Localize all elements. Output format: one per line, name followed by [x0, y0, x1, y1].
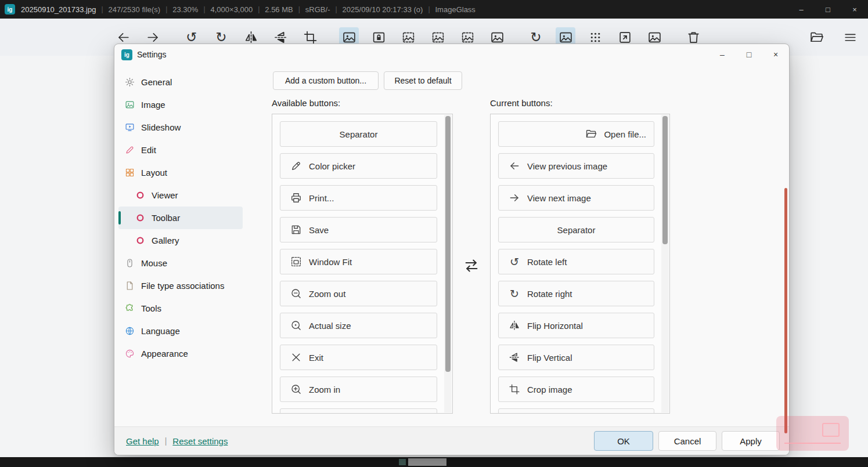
- image-icon: [125, 100, 135, 110]
- current-scrollbar-thumb[interactable]: [662, 116, 668, 244]
- sidebar-item-toolbar[interactable]: Toolbar: [118, 207, 243, 229]
- titlebar-divider: |: [101, 5, 103, 13]
- current-buttons-label: Current buttons:: [490, 98, 553, 108]
- list-item-separator[interactable]: Separator: [498, 217, 654, 242]
- app-close-button[interactable]: ×: [841, 0, 868, 19]
- cancel-button[interactable]: Cancel: [658, 431, 716, 451]
- list-item-label: Crop image: [527, 385, 572, 394]
- current-scrollbar[interactable]: [661, 115, 669, 412]
- list-item-window-fit[interactable]: Window Fit: [280, 249, 437, 274]
- sidebar-item-label: Gallery: [152, 236, 179, 245]
- sidebar-item-general[interactable]: General: [118, 71, 243, 93]
- selection-image-icon: [431, 30, 445, 45]
- list-item[interactable]: [498, 408, 654, 413]
- sidebar-item-viewer[interactable]: Viewer: [118, 184, 243, 207]
- sidebar-item-layout[interactable]: Layout: [118, 161, 243, 184]
- titlebar-segment: ImageGlass: [435, 5, 476, 14]
- reset-settings-link[interactable]: Reset settings: [172, 436, 228, 446]
- sidebar-item-slideshow[interactable]: Slideshow: [118, 116, 243, 139]
- arrow-right-icon: [146, 30, 160, 45]
- list-item-flip-vertical[interactable]: Flip Vertical: [498, 345, 654, 370]
- sidebar-item-tools[interactable]: Tools: [118, 297, 243, 320]
- list-item-zoom-in[interactable]: Zoom in: [280, 377, 437, 402]
- list-item-exit[interactable]: Exit: [280, 345, 437, 370]
- rotate-right-icon: ↻: [215, 31, 226, 44]
- rotate-right-icon: ↻: [509, 288, 520, 299]
- window-resize-icon: [618, 30, 632, 45]
- ring-icon: [135, 213, 145, 223]
- toolbar-button-folder-open-icon[interactable]: [806, 27, 826, 47]
- sidebar-item-mouse[interactable]: Mouse: [118, 252, 243, 274]
- printer-icon: [290, 192, 302, 204]
- list-item-rotate-left[interactable]: ↺ Rotate left: [498, 249, 654, 274]
- list-item-separator[interactable]: Separator: [280, 121, 437, 147]
- gallery-thumbnail[interactable]: [408, 458, 446, 466]
- dialog-scrollbar-thumb[interactable]: [784, 188, 787, 433]
- dialog-titlebar: ig Settings – □ ×: [114, 44, 789, 65]
- gallery-thumbnail[interactable]: [399, 459, 406, 465]
- imageglass-logo-icon: ig: [121, 49, 132, 60]
- list-item-open-file[interactable]: Open file...: [498, 121, 654, 147]
- list-item-crop-image[interactable]: Crop image: [498, 377, 654, 402]
- list-item-label: Rotate right: [527, 289, 572, 299]
- selection-image-icon: [460, 30, 475, 45]
- sidebar-item-appearance[interactable]: Appearance: [118, 342, 243, 365]
- list-item-zoom-out[interactable]: Zoom out: [280, 281, 437, 306]
- list-item-print[interactable]: Print...: [280, 185, 437, 211]
- list-item-save[interactable]: Save: [280, 217, 437, 242]
- available-scrollbar[interactable]: [444, 115, 452, 412]
- titlebar-segment: sRGB/-: [305, 5, 330, 14]
- arrow-left-icon: [116, 30, 131, 45]
- sidebar-item-label: Slideshow: [141, 122, 181, 132]
- list-item[interactable]: [280, 408, 437, 413]
- list-item-view-next-image[interactable]: View next image: [498, 185, 654, 211]
- available-buttons-list: Separator Color picker Print...: [272, 114, 453, 414]
- titlebar-segment: 2025/09/10 20:17:33 (o): [343, 5, 423, 14]
- toolbar-button-hamburger-icon[interactable]: [840, 27, 860, 47]
- hamburger-icon: [843, 30, 858, 45]
- list-item-label: Save: [309, 225, 329, 235]
- sidebar-item-language[interactable]: Language: [118, 320, 243, 342]
- sidebar-item-gallery[interactable]: Gallery: [118, 229, 243, 252]
- crop-icon: [509, 383, 520, 395]
- image-icon: [559, 30, 573, 45]
- list-item-rotate-right[interactable]: ↻ Rotate right: [498, 281, 654, 306]
- app-window-controls: – □ ×: [788, 0, 868, 19]
- appearance-icon: [125, 349, 135, 359]
- sidebar-item-label: Appearance: [141, 349, 188, 359]
- list-item-flip-horizontal[interactable]: Flip Horizontal: [498, 313, 654, 338]
- add-custom-button[interactable]: Add a custom button...: [273, 71, 379, 90]
- list-item-label: Zoom out: [309, 289, 345, 299]
- available-scrollbar-thumb[interactable]: [445, 116, 451, 372]
- image-icon: [647, 30, 662, 45]
- titlebar-divider: |: [203, 5, 205, 13]
- settings-dialog: ig Settings – □ × General Image: [114, 44, 790, 455]
- flip-vertical-icon: [509, 352, 520, 363]
- list-item-actual-size[interactable]: Actual size: [280, 313, 437, 338]
- sidebar-item-file-type-associations[interactable]: File type associations: [118, 274, 243, 297]
- list-item-view-previous-image[interactable]: View previous image: [498, 153, 654, 179]
- list-item-color-picker[interactable]: Color picker: [280, 153, 437, 179]
- sidebar-item-edit[interactable]: Edit: [118, 139, 243, 161]
- list-item-label: Actual size: [309, 321, 351, 331]
- ring-icon: [135, 190, 145, 200]
- app-minimize-button[interactable]: –: [788, 0, 815, 19]
- sidebar-item-label: Language: [141, 326, 180, 336]
- get-help-link[interactable]: Get help: [126, 436, 159, 446]
- available-items: Separator Color picker Print...: [272, 114, 452, 413]
- mouse-icon: [125, 258, 135, 268]
- ok-button[interactable]: OK: [594, 431, 653, 451]
- list-item-label: Separator: [340, 129, 378, 139]
- app-maximize-button[interactable]: □: [815, 0, 841, 19]
- layout-icon: [125, 168, 135, 178]
- dialog-minimize-button[interactable]: –: [709, 44, 736, 65]
- sidebar-item-image[interactable]: Image: [118, 93, 243, 116]
- dialog-close-button[interactable]: ×: [762, 44, 789, 65]
- sidebar-item-label: General: [141, 77, 172, 87]
- reset-to-default-button[interactable]: Reset to default: [384, 71, 462, 90]
- dialog-maximize-button[interactable]: □: [736, 44, 762, 65]
- list-item-label: View next image: [527, 193, 591, 203]
- apply-button[interactable]: Apply: [722, 431, 780, 451]
- annotation-overlay: [776, 416, 849, 451]
- exit-icon: [290, 352, 302, 363]
